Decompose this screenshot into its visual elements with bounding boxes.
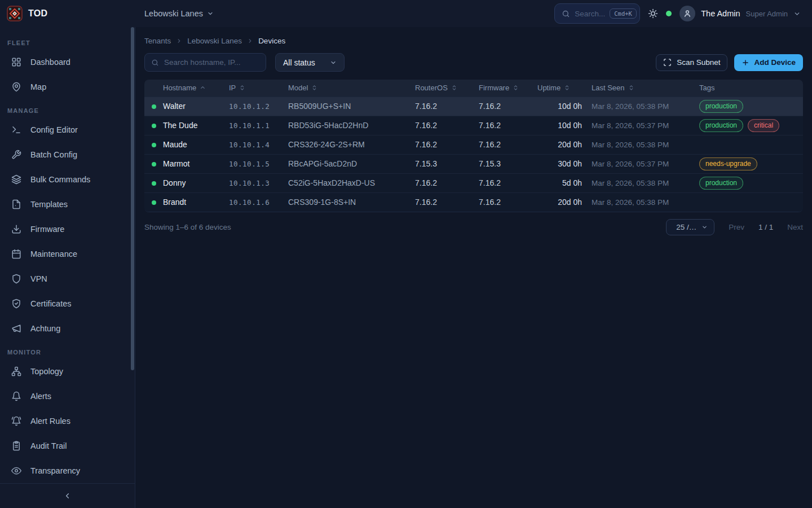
device-model: CRS309-1G-8S+IN (288, 192, 415, 212)
sort-icon (239, 85, 245, 91)
map-pin-icon (11, 82, 21, 92)
global-search-placeholder: Search... (575, 10, 605, 18)
sidebar-item-label: Audit Trail (30, 441, 67, 450)
device-ip: 10.10.1.2 (229, 97, 288, 116)
status-dot-online (152, 162, 156, 167)
megaphone-icon (11, 323, 21, 334)
sort-icon (513, 85, 519, 91)
user-name: The Admin (701, 9, 740, 18)
device-ip: 10.10.1.5 (229, 154, 288, 173)
tag-production: production (699, 119, 743, 132)
eye-icon (11, 466, 21, 476)
scan-subnet-label: Scan Subnet (677, 58, 720, 67)
device-search-input[interactable]: Search hostname, IP... (144, 53, 266, 72)
device-row-donny[interactable]: Donny 10.10.1.3 C52iG-5HaxD2HaxD-US 7.16… (144, 173, 803, 192)
column-tags: Tags (699, 80, 803, 97)
column-label: IP (229, 84, 236, 92)
sidebar-item-label: VPN (30, 274, 47, 283)
prev-page-button[interactable]: Prev (729, 223, 744, 231)
chevron-down-icon (207, 10, 214, 17)
device-firmware: 7.16.2 (479, 192, 537, 212)
breadcrumb-tenants[interactable]: Tenants (144, 37, 171, 45)
user-menu[interactable]: The Admin Super Admin (679, 6, 801, 21)
chevron-down-icon (701, 224, 708, 230)
sidebar-item-templates[interactable]: Templates (0, 192, 135, 217)
column-label: RouterOS (415, 84, 448, 92)
device-routeros: 7.16.2 (415, 116, 479, 135)
sidebar-section-monitor: MONITOR (0, 341, 135, 359)
sidebar-item-alert-rules[interactable]: Alert Rules (0, 409, 135, 433)
status-dot-online (152, 200, 156, 205)
column-hostname[interactable]: Hostname (163, 80, 229, 97)
device-routeros: 7.15.3 (415, 154, 479, 173)
next-page-button[interactable]: Next (787, 223, 803, 231)
add-device-button[interactable]: Add Device (734, 54, 803, 71)
device-row-brandt[interactable]: Brandt 10.10.1.6 CRS309-1G-8S+IN 7.16.2 … (144, 192, 803, 212)
sidebar-item-label: Maintenance (30, 249, 77, 259)
breadcrumb: Tenants Lebowski Lanes Devices (144, 37, 803, 45)
global-search[interactable]: Search... Cmd+K (554, 3, 640, 24)
sidebar-item-dashboard[interactable]: Dashboard (0, 50, 135, 75)
column-label: Model (288, 84, 308, 92)
tag-needs-upgrade: needs-upgrade (699, 157, 757, 170)
device-ip: 10.10.1.4 (229, 135, 288, 154)
device-ip: 10.10.1.1 (229, 116, 288, 135)
sidebar-item-achtung[interactable]: Achtung (0, 316, 135, 341)
column-uptime[interactable]: Uptime (537, 80, 592, 97)
breadcrumb-tenant[interactable]: Lebowski Lanes (187, 37, 242, 45)
column-last-seen[interactable]: Last Seen (592, 80, 699, 97)
device-model: RBD53iG-5HacD2HnD (288, 116, 415, 135)
tenant-switcher[interactable]: Lebowski Lanes (144, 9, 214, 18)
device-uptime: 10d 0h (537, 116, 592, 135)
sidebar-item-config-editor[interactable]: Config Editor (0, 117, 135, 142)
status-dot-online (152, 104, 156, 109)
device-row-marmot[interactable]: Marmot 10.10.1.5 RBcAPGi-5acD2nD 7.15.3 … (144, 154, 803, 173)
page-size-select[interactable]: 25 /… (666, 219, 714, 235)
theme-toggle-sun-icon[interactable] (648, 8, 658, 19)
column-firmware[interactable]: Firmware (479, 80, 537, 97)
device-row-the-dude[interactable]: The Dude 10.10.1.1 RBD53iG-5HacD2HnD 7.1… (144, 116, 803, 135)
sidebar-item-alerts[interactable]: Alerts (0, 384, 135, 409)
sidebar-item-maintenance[interactable]: Maintenance (0, 242, 135, 266)
shield-icon (11, 274, 21, 284)
column-ip[interactable]: IP (229, 80, 288, 97)
pagination: 25 /… Prev 1 / 1 Next (666, 219, 803, 235)
device-row-walter[interactable]: Walter 10.10.1.2 RB5009UG+S+IN 7.16.2 7.… (144, 97, 803, 116)
column-model[interactable]: Model (288, 80, 415, 97)
sidebar-scrollbar[interactable] (131, 27, 134, 370)
sidebar-item-label: Alert Rules (30, 417, 70, 426)
device-uptime: 30d 0h (537, 154, 592, 173)
sort-asc-icon (200, 85, 206, 91)
sidebar-collapse-button[interactable] (0, 483, 135, 508)
column-label: Uptime (537, 84, 561, 92)
device-firmware: 7.16.2 (479, 173, 537, 192)
device-last-seen: Mar 8, 2026, 05:37 PM (592, 154, 699, 173)
column-routeros[interactable]: RouterOS (415, 80, 479, 97)
sidebar-item-certificates[interactable]: Certificates (0, 291, 135, 316)
topbar: TOD Lebowski Lanes Search... Cmd+K The A… (0, 0, 812, 27)
sidebar-item-batch-config[interactable]: Batch Config (0, 142, 135, 167)
scan-icon (663, 58, 672, 67)
scan-subnet-button[interactable]: Scan Subnet (656, 54, 727, 71)
chevron-right-icon (176, 38, 182, 44)
device-hostname: Marmot (163, 154, 229, 173)
sidebar-item-label: Bulk Commands (30, 175, 90, 184)
status-filter-select[interactable]: All status (275, 53, 345, 72)
chevron-right-icon (247, 38, 253, 44)
user-role: Super Admin (746, 10, 788, 18)
breadcrumb-current-page: Devices (258, 37, 285, 45)
sidebar-item-transparency[interactable]: Transparency (0, 458, 135, 483)
sidebar-item-label: Certificates (30, 299, 72, 308)
page-size-value: 25 /… (676, 223, 696, 231)
sidebar-item-audit-trail[interactable]: Audit Trail (0, 433, 135, 458)
sidebar-item-bulk-commands[interactable]: Bulk Commands (0, 167, 135, 192)
sidebar-item-topology[interactable]: Topology (0, 359, 135, 384)
sidebar-item-map[interactable]: Map (0, 75, 135, 99)
results-summary: Showing 1–6 of 6 devices (144, 223, 231, 231)
sidebar-item-vpn[interactable]: VPN (0, 266, 135, 291)
device-row-maude[interactable]: Maude 10.10.1.4 CRS326-24G-2S+RM 7.16.2 … (144, 135, 803, 154)
sidebar-item-firmware[interactable]: Firmware (0, 217, 135, 242)
brand[interactable]: TOD (0, 0, 135, 27)
devices-table: Hostname IP Model RouterOS Firmware Upti… (144, 80, 803, 212)
sidebar-item-label: Firmware (30, 225, 64, 234)
